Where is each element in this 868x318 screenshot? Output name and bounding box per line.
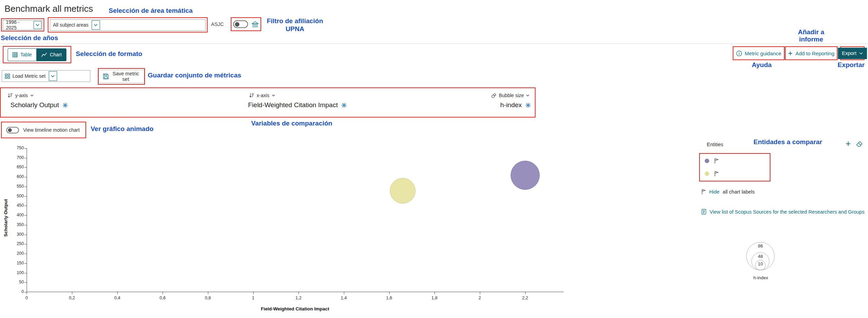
y-axis-tick-label: 0 <box>9 289 24 294</box>
y-axis-tick-label: 700 <box>9 155 24 160</box>
bubble-size-value: 10 <box>756 261 765 266</box>
entity-label-pin-icon[interactable] <box>714 158 719 164</box>
entity-color-dot <box>705 171 709 176</box>
x-axis-tick-label: 0,4 <box>110 296 125 300</box>
x-axis-dropdown-label: x-axis <box>257 93 269 98</box>
y-axis-tick <box>25 225 27 225</box>
data-bubble[interactable] <box>390 178 415 204</box>
x-axis-tick <box>389 292 390 294</box>
entity-row <box>700 167 770 180</box>
y-axis-tick-label: 400 <box>9 213 24 217</box>
hide-labels-suffix: all chart labels <box>723 189 755 195</box>
chevron-down-icon <box>272 94 275 96</box>
affiliation-toggle[interactable] <box>233 20 248 28</box>
bubble-size-metric-label: h-index <box>746 275 775 280</box>
pin-icon <box>701 189 706 195</box>
info-icon <box>736 50 742 56</box>
annotation-subject-area: Selección de área temática <box>109 7 193 15</box>
y-axis-tick <box>25 196 27 197</box>
hide-labels-link[interactable]: Hide <box>709 189 720 195</box>
y-axis-tick-label: 450 <box>9 203 24 208</box>
x-axis-dropdown[interactable]: x-axis <box>249 93 347 98</box>
x-axis-selector: x-axis Field-Weighted Citation Impact <box>248 93 347 109</box>
y-axis-tick <box>25 167 27 168</box>
timeline-toggle-highlight-box: View timeline motion chart <box>1 122 86 138</box>
hide-labels-row: Hide all chart labels <box>701 189 755 195</box>
bubble-size-selector: Bubble size h-index <box>491 93 531 109</box>
table-view-button[interactable]: Table <box>8 48 37 61</box>
y-axis-tick-label: 750 <box>9 146 24 150</box>
add-to-reporting-highlight-box: Add to Reporting <box>785 46 838 60</box>
y-axis-tick-label: 500 <box>9 194 24 198</box>
metric-settings-icon[interactable] <box>525 102 531 108</box>
add-entity-button[interactable]: + <box>846 139 851 148</box>
x-axis-tick <box>253 292 254 294</box>
table-view-label: Table <box>20 52 32 57</box>
scopus-sources-link[interactable]: View list of Scopus Sources for the sele… <box>710 209 865 215</box>
y-axis-tick-label: 150 <box>9 261 24 265</box>
bubble-size-dropdown[interactable]: Bubble size <box>491 93 531 98</box>
metric-set-grid-icon <box>5 74 10 79</box>
x-axis-tick-label: 1,4 <box>337 296 351 300</box>
x-axis-tick <box>163 292 163 294</box>
x-axis-tick-label: 0,2 <box>65 296 79 300</box>
save-metric-set-label: Save metric set <box>112 71 140 82</box>
table-grid-icon <box>12 52 18 57</box>
clear-entities-icon[interactable] <box>856 141 863 147</box>
annotation-save-metric-set: Guardar conjunto de métricas <box>148 72 241 79</box>
toggle-knob <box>235 22 239 27</box>
y-axis-tick-label: 50 <box>9 280 24 284</box>
institution-icon <box>252 21 259 28</box>
chevron-down-icon <box>34 21 42 29</box>
subject-area-highlight-box: All subject areas <box>48 17 208 32</box>
toggle-switch <box>6 127 19 133</box>
save-metric-set-button[interactable]: Save metric set <box>99 70 144 83</box>
subject-area-select[interactable]: All subject areas <box>50 19 205 31</box>
timeline-toggle-label: View timeline motion chart <box>23 127 80 133</box>
entity-label-pin-icon[interactable] <box>714 171 719 177</box>
y-axis-tick <box>25 244 27 244</box>
document-list-icon <box>701 209 706 215</box>
affiliation-toggle-highlight-box <box>231 17 261 31</box>
y-axis-tick <box>25 282 27 283</box>
toggle-knob <box>8 128 12 132</box>
y-axis-tick <box>25 235 27 235</box>
data-bubble[interactable] <box>511 161 540 190</box>
annotation-help: Ayuda <box>752 61 771 69</box>
entities-title: Entities <box>707 142 723 147</box>
export-label: Export <box>842 50 857 56</box>
x-axis-tick <box>299 292 299 294</box>
export-button[interactable]: Export <box>838 48 867 59</box>
y-axis-tick <box>25 263 27 264</box>
year-range-select[interactable]: 1996 - 2025 <box>3 20 43 30</box>
subject-area-value: All subject areas <box>53 22 89 28</box>
y-axis-tick <box>25 206 27 206</box>
add-to-reporting-link[interactable]: Add to Reporting <box>788 50 834 56</box>
chart-view-button[interactable]: Chart <box>37 48 66 61</box>
x-axis-title: Field-Weighted Citation Impact <box>27 306 564 311</box>
annotation-affiliation-line1: Filtro de afiliación <box>266 17 323 25</box>
y-axis-title: Scholarly Output <box>3 199 8 237</box>
annotation-comparison-variables: Variables de comparación <box>251 120 332 127</box>
metric-settings-icon[interactable] <box>62 102 68 108</box>
bubble-size-legend: h-index 864810 <box>746 241 788 283</box>
x-axis-tick-label: 1,2 <box>291 296 306 300</box>
metric-settings-icon[interactable] <box>341 102 347 108</box>
metric-guidance-link[interactable]: Metric guidance <box>736 50 782 56</box>
bubble-metric-name: h-index <box>500 101 522 109</box>
plus-icon <box>788 51 793 56</box>
timeline-motion-toggle[interactable]: View timeline motion chart <box>2 127 85 133</box>
y-axis-dropdown[interactable]: y-axis <box>8 93 68 98</box>
export-highlight-box: Export <box>840 46 865 60</box>
plot-area <box>27 148 564 292</box>
annotation-add-to-report-line2: informe <box>784 36 838 43</box>
scival-benchmark-page: Benchmark all metrics Selección de área … <box>0 0 868 318</box>
scopus-sources-row: View list of Scopus Sources for the sele… <box>701 209 865 215</box>
y-axis-tick-label: 550 <box>9 184 24 189</box>
y-axis-tick <box>25 177 27 177</box>
year-range-highlight-box: 1996 - 2025 <box>1 18 44 31</box>
load-metric-set-select[interactable]: Load Metric set <box>2 70 90 82</box>
y-axis-tick <box>25 187 27 187</box>
x-axis-tick <box>72 292 72 294</box>
x-axis-tick-label: 0,6 <box>155 296 170 300</box>
